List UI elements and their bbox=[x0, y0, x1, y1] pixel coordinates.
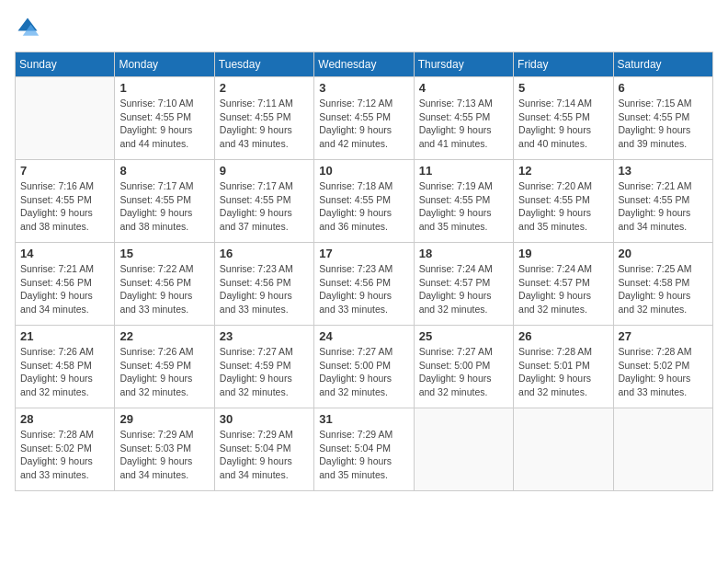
day-header-wednesday: Wednesday bbox=[314, 52, 414, 77]
day-number: 19 bbox=[518, 247, 608, 260]
day-number: 10 bbox=[319, 164, 408, 178]
calendar-week-2: 7Sunrise: 7:16 AMSunset: 4:55 PMDaylight… bbox=[16, 160, 713, 243]
calendar-cell: 1Sunrise: 7:10 AMSunset: 4:55 PMDaylight… bbox=[115, 77, 214, 160]
calendar-cell: 9Sunrise: 7:17 AMSunset: 4:55 PMDaylight… bbox=[214, 160, 313, 243]
day-info: Sunrise: 7:18 AMSunset: 4:55 PMDaylight:… bbox=[319, 179, 408, 234]
calendar-cell: 7Sunrise: 7:16 AMSunset: 4:55 PMDaylight… bbox=[16, 160, 115, 243]
day-info: Sunrise: 7:14 AMSunset: 4:55 PMDaylight:… bbox=[518, 97, 608, 151]
calendar-cell bbox=[514, 408, 613, 491]
calendar-cell: 14Sunrise: 7:21 AMSunset: 4:56 PMDayligh… bbox=[16, 243, 115, 326]
day-info: Sunrise: 7:25 AMSunset: 4:58 PMDaylight:… bbox=[619, 262, 708, 316]
calendar-cell: 23Sunrise: 7:27 AMSunset: 4:59 PMDayligh… bbox=[214, 326, 313, 408]
day-number: 20 bbox=[619, 247, 708, 260]
calendar-cell: 29Sunrise: 7:29 AMSunset: 5:03 PMDayligh… bbox=[115, 408, 214, 491]
calendar-cell bbox=[414, 408, 513, 491]
day-number: 16 bbox=[220, 247, 309, 260]
day-number: 9 bbox=[220, 164, 309, 178]
day-number: 8 bbox=[119, 164, 209, 178]
day-number: 5 bbox=[518, 81, 608, 95]
calendar-week-4: 21Sunrise: 7:26 AMSunset: 4:58 PMDayligh… bbox=[16, 326, 713, 408]
logo-icon bbox=[15, 15, 40, 40]
day-number: 13 bbox=[619, 164, 708, 178]
calendar-cell: 2Sunrise: 7:11 AMSunset: 4:55 PMDaylight… bbox=[214, 77, 313, 160]
day-number: 31 bbox=[319, 412, 408, 426]
day-info: Sunrise: 7:24 AMSunset: 4:57 PMDaylight:… bbox=[419, 262, 508, 316]
day-info: Sunrise: 7:28 AMSunset: 5:02 PMDaylight:… bbox=[20, 428, 109, 482]
calendar-week-5: 28Sunrise: 7:28 AMSunset: 5:02 PMDayligh… bbox=[16, 408, 713, 491]
day-number: 12 bbox=[518, 164, 608, 178]
day-number: 7 bbox=[20, 164, 109, 178]
day-info: Sunrise: 7:27 AMSunset: 5:00 PMDaylight:… bbox=[419, 345, 508, 399]
day-info: Sunrise: 7:27 AMSunset: 5:00 PMDaylight:… bbox=[319, 345, 408, 399]
day-info: Sunrise: 7:17 AMSunset: 4:55 PMDaylight:… bbox=[220, 179, 309, 234]
calendar-cell: 28Sunrise: 7:28 AMSunset: 5:02 PMDayligh… bbox=[16, 408, 115, 491]
calendar-cell: 12Sunrise: 7:20 AMSunset: 4:55 PMDayligh… bbox=[514, 160, 613, 243]
day-info: Sunrise: 7:26 AMSunset: 4:59 PMDaylight:… bbox=[119, 345, 209, 399]
calendar-cell: 20Sunrise: 7:25 AMSunset: 4:58 PMDayligh… bbox=[613, 243, 712, 326]
day-info: Sunrise: 7:16 AMSunset: 4:55 PMDaylight:… bbox=[20, 179, 109, 234]
day-number: 14 bbox=[20, 247, 109, 260]
day-info: Sunrise: 7:21 AMSunset: 4:56 PMDaylight:… bbox=[20, 262, 109, 316]
day-info: Sunrise: 7:10 AMSunset: 4:55 PMDaylight:… bbox=[119, 97, 209, 151]
day-header-sunday: Sunday bbox=[16, 52, 115, 77]
day-number: 30 bbox=[220, 412, 309, 426]
calendar-cell: 16Sunrise: 7:23 AMSunset: 4:56 PMDayligh… bbox=[214, 243, 313, 326]
day-header-monday: Monday bbox=[115, 52, 214, 77]
day-info: Sunrise: 7:17 AMSunset: 4:55 PMDaylight:… bbox=[119, 179, 209, 234]
day-info: Sunrise: 7:29 AMSunset: 5:04 PMDaylight:… bbox=[319, 428, 408, 482]
day-number: 6 bbox=[619, 81, 708, 95]
day-info: Sunrise: 7:13 AMSunset: 4:55 PMDaylight:… bbox=[419, 97, 508, 151]
day-number: 2 bbox=[220, 81, 309, 95]
calendar-cell: 25Sunrise: 7:27 AMSunset: 5:00 PMDayligh… bbox=[414, 326, 513, 408]
calendar-cell: 18Sunrise: 7:24 AMSunset: 4:57 PMDayligh… bbox=[414, 243, 513, 326]
day-info: Sunrise: 7:21 AMSunset: 4:55 PMDaylight:… bbox=[619, 179, 708, 234]
day-number: 3 bbox=[319, 81, 408, 95]
page-header bbox=[15, 15, 713, 40]
day-info: Sunrise: 7:27 AMSunset: 4:59 PMDaylight:… bbox=[220, 345, 309, 399]
day-number: 22 bbox=[119, 329, 209, 343]
calendar-cell: 13Sunrise: 7:21 AMSunset: 4:55 PMDayligh… bbox=[613, 160, 712, 243]
day-number: 21 bbox=[20, 329, 109, 343]
day-header-thursday: Thursday bbox=[414, 52, 513, 77]
day-info: Sunrise: 7:28 AMSunset: 5:02 PMDaylight:… bbox=[619, 345, 708, 399]
calendar-week-1: 1Sunrise: 7:10 AMSunset: 4:55 PMDaylight… bbox=[16, 77, 713, 160]
day-header-saturday: Saturday bbox=[613, 52, 712, 77]
calendar-cell: 22Sunrise: 7:26 AMSunset: 4:59 PMDayligh… bbox=[115, 326, 214, 408]
calendar-cell bbox=[16, 77, 115, 160]
day-number: 29 bbox=[119, 412, 209, 426]
day-number: 28 bbox=[20, 412, 109, 426]
day-number: 26 bbox=[518, 329, 608, 343]
day-info: Sunrise: 7:11 AMSunset: 4:55 PMDaylight:… bbox=[220, 97, 309, 151]
day-info: Sunrise: 7:23 AMSunset: 4:56 PMDaylight:… bbox=[220, 262, 309, 316]
day-number: 25 bbox=[419, 329, 508, 343]
day-number: 11 bbox=[419, 164, 508, 178]
day-info: Sunrise: 7:26 AMSunset: 4:58 PMDaylight:… bbox=[20, 345, 109, 399]
day-number: 27 bbox=[619, 329, 708, 343]
day-info: Sunrise: 7:12 AMSunset: 4:55 PMDaylight:… bbox=[319, 97, 408, 151]
day-info: Sunrise: 7:22 AMSunset: 4:56 PMDaylight:… bbox=[119, 262, 209, 316]
calendar-week-3: 14Sunrise: 7:21 AMSunset: 4:56 PMDayligh… bbox=[16, 243, 713, 326]
day-info: Sunrise: 7:15 AMSunset: 4:55 PMDaylight:… bbox=[619, 97, 708, 151]
calendar-cell: 21Sunrise: 7:26 AMSunset: 4:58 PMDayligh… bbox=[16, 326, 115, 408]
calendar-cell: 5Sunrise: 7:14 AMSunset: 4:55 PMDaylight… bbox=[514, 77, 613, 160]
calendar-cell: 3Sunrise: 7:12 AMSunset: 4:55 PMDaylight… bbox=[314, 77, 414, 160]
day-info: Sunrise: 7:28 AMSunset: 5:01 PMDaylight:… bbox=[518, 345, 608, 399]
day-header-tuesday: Tuesday bbox=[214, 52, 313, 77]
calendar-cell: 8Sunrise: 7:17 AMSunset: 4:55 PMDaylight… bbox=[115, 160, 214, 243]
day-header-friday: Friday bbox=[514, 52, 613, 77]
day-info: Sunrise: 7:29 AMSunset: 5:04 PMDaylight:… bbox=[220, 428, 309, 482]
day-info: Sunrise: 7:29 AMSunset: 5:03 PMDaylight:… bbox=[119, 428, 209, 482]
day-number: 24 bbox=[319, 329, 408, 343]
calendar-cell: 11Sunrise: 7:19 AMSunset: 4:55 PMDayligh… bbox=[414, 160, 513, 243]
calendar-cell: 15Sunrise: 7:22 AMSunset: 4:56 PMDayligh… bbox=[115, 243, 214, 326]
calendar-cell: 4Sunrise: 7:13 AMSunset: 4:55 PMDaylight… bbox=[414, 77, 513, 160]
calendar-cell: 6Sunrise: 7:15 AMSunset: 4:55 PMDaylight… bbox=[613, 77, 712, 160]
calendar-cell: 17Sunrise: 7:23 AMSunset: 4:56 PMDayligh… bbox=[314, 243, 414, 326]
calendar-header-row: SundayMondayTuesdayWednesdayThursdayFrid… bbox=[16, 52, 713, 77]
calendar-cell bbox=[613, 408, 712, 491]
day-info: Sunrise: 7:23 AMSunset: 4:56 PMDaylight:… bbox=[319, 262, 408, 316]
logo bbox=[15, 15, 44, 40]
day-number: 18 bbox=[419, 247, 508, 260]
calendar-cell: 30Sunrise: 7:29 AMSunset: 5:04 PMDayligh… bbox=[214, 408, 313, 491]
calendar-table: SundayMondayTuesdayWednesdayThursdayFrid… bbox=[15, 52, 713, 491]
